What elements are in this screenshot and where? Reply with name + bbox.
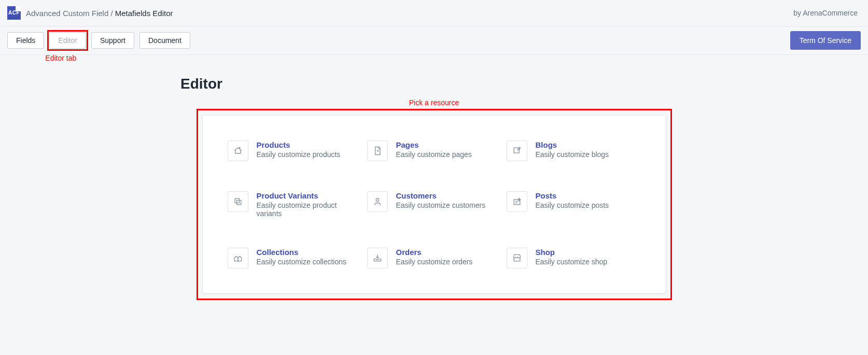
byline: by ArenaCommerce [793,9,858,17]
resource-card: Products Easily customize products Pages… [203,116,666,293]
resource-item-product-variants[interactable]: Product Variants Easily customize produc… [228,191,362,218]
resource-subtitle: Easily customize product variants [257,201,355,218]
tab-list: Fields Editor Editor tab Support Documen… [7,32,190,49]
resource-subtitle: Easily customize blogs [536,150,609,159]
top-header-left: ACF Advanced Custom Field / Metafields E… [7,6,173,20]
app-logo-icon: ACF [7,6,21,20]
resource-item-pages[interactable]: Pages Easily customize pages [367,140,501,161]
resource-title: Pages [396,140,472,149]
resource-text: Blogs Easily customize blogs [536,140,609,159]
breadcrumb-separator: / [108,9,115,18]
resource-title: Posts [536,191,609,200]
tab-editor-anno-wrap: Editor Editor tab [49,32,86,49]
resource-text: Customers Easily customize customers [396,191,486,209]
svg-rect-0 [235,198,239,203]
tab-support[interactable]: Support [91,32,134,49]
home-plus-icon [228,140,248,161]
resource-subtitle: Easily customize orders [396,258,473,266]
breadcrumb-app-name: Advanced Custom Field [26,9,108,18]
resource-text: Product Variants Easily customize produc… [257,191,355,218]
annotation-box-resources: Products Easily customize products Pages… [197,109,672,300]
sparkle-note-icon [507,191,527,212]
svg-point-2 [376,198,379,201]
resource-subtitle: Easily customize shop [536,258,608,266]
resource-item-products[interactable]: Products Easily customize products [228,140,362,161]
top-header: ACF Advanced Custom Field / Metafields E… [0,0,868,26]
user-icon [367,191,388,212]
resource-item-collections[interactable]: Collections Easily customize collections [228,248,362,268]
resource-title: Products [257,140,341,149]
resource-item-customers[interactable]: Customers Easily customize customers [367,191,501,218]
storefront-icon [507,248,527,268]
tab-document[interactable]: Document [139,32,190,49]
buildings-icon [228,248,248,268]
resource-text: Posts Easily customize posts [536,191,609,209]
tab-row: Fields Editor Editor tab Support Documen… [0,26,868,55]
resource-title: Product Variants [257,191,355,200]
breadcrumb: Advanced Custom Field / Metafields Edito… [26,9,173,18]
resource-text: Products Easily customize products [257,140,341,159]
resource-subtitle: Easily customize posts [536,201,609,209]
resource-subtitle: Easily customize products [257,150,341,159]
resource-item-shop[interactable]: Shop Easily customize shop [507,248,641,268]
resource-title: Shop [536,248,608,257]
resource-title: Customers [396,191,486,200]
svg-rect-1 [236,201,241,205]
resource-title: Orders [396,248,473,257]
resource-item-blogs[interactable]: Blogs Easily customize blogs [507,140,641,161]
resource-text: Shop Easily customize shop [536,248,608,266]
page-title: Editor [180,76,868,92]
resource-text: Orders Easily customize orders [396,248,473,266]
resource-title: Collections [257,248,347,257]
annotation-label-pick-resource: Pick a resource [0,98,868,107]
inbox-download-icon [367,248,388,268]
resource-item-orders[interactable]: Orders Easily customize orders [367,248,501,268]
resource-text: Collections Easily customize collections [257,248,347,266]
resource-grid: Products Easily customize products Pages… [228,140,641,268]
page-plus-icon [367,140,388,161]
resource-subtitle: Easily customize customers [396,201,486,209]
resource-subtitle: Easily customize collections [257,258,347,266]
edit-note-icon [507,140,527,161]
resource-title: Blogs [536,140,609,149]
resource-item-posts[interactable]: Posts Easily customize posts [507,191,641,218]
term-of-service-button[interactable]: Term Of Service [790,31,861,50]
breadcrumb-section: Metafields Editor [115,9,173,18]
resource-text: Pages Easily customize pages [396,140,472,159]
tab-editor[interactable]: Editor [49,32,86,49]
annotation-label-editor: Editor tab [45,54,76,62]
resource-subtitle: Easily customize pages [396,150,472,159]
tab-fields[interactable]: Fields [7,32,44,49]
duplicate-icon [228,191,248,212]
